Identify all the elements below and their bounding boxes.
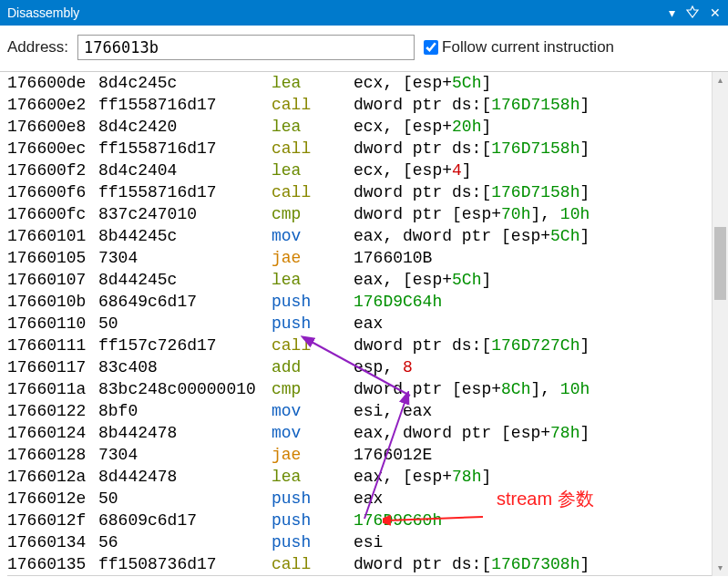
bytes-cell: 50 <box>98 488 272 510</box>
address-cell: 176600ec <box>7 138 98 160</box>
bytes-cell: 8d4c2420 <box>98 116 272 138</box>
mnemonic-cell: call <box>272 335 354 356</box>
mnemonic-cell: mov <box>272 422 354 444</box>
disasm-row[interactable]: 1766011783c408addesp, 8 <box>7 356 728 378</box>
address-cell: 17660101 <box>7 225 98 247</box>
disassembly-listing[interactable]: 176600de8d4c245cleaecx, [esp+5Ch]176600e… <box>0 72 728 576</box>
mnemonic-cell: push <box>272 313 354 335</box>
bytes-cell: 7304 <box>98 444 272 466</box>
address-cell: 176600fc <box>7 203 98 225</box>
disasm-row[interactable]: 1766012f68609c6d17push176D9C60h <box>7 510 728 531</box>
mnemonic-cell: push <box>272 510 354 531</box>
mnemonic-cell: call <box>272 94 354 116</box>
bytes-cell: 837c247010 <box>98 203 272 225</box>
address-cell: 176600e8 <box>7 116 98 138</box>
mnemonic-cell: push <box>272 291 354 313</box>
disasm-row[interactable]: 176600fc837c247010cmpdword ptr [esp+70h]… <box>7 203 728 225</box>
bytes-cell: ff1558716d17 <box>98 94 272 116</box>
operands-cell: 1766012E <box>354 444 728 466</box>
bytes-cell: 7304 <box>98 247 272 269</box>
address-cell: 17660124 <box>7 422 98 444</box>
mnemonic-cell: call <box>272 181 354 203</box>
operands-cell: eax, dword ptr [esp+5Ch] <box>354 225 728 247</box>
pin-icon[interactable] <box>686 5 699 21</box>
address-cell: 1766011a <box>7 378 98 400</box>
mnemonic-cell: lea <box>272 116 354 138</box>
mnemonic-cell: lea <box>272 466 354 488</box>
address-cell: 176600de <box>7 72 98 94</box>
address-cell: 1766010b <box>7 291 98 313</box>
address-cell: 17660134 <box>7 531 98 553</box>
window-title: Disassembly <box>7 5 79 20</box>
bytes-cell: ff157c726d17 <box>98 335 272 356</box>
scroll-thumb[interactable] <box>714 227 726 300</box>
mnemonic-cell: call <box>272 553 354 575</box>
operands-cell: dword ptr [esp+70h], 10h <box>354 203 728 225</box>
disasm-row[interactable]: 176600e88d4c2420leaecx, [esp+20h] <box>7 116 728 138</box>
address-cell: 176600f2 <box>7 160 98 181</box>
address-cell: 1766012a <box>7 466 98 488</box>
scroll-down-button[interactable]: ▾ <box>713 560 728 576</box>
disasm-row[interactable]: 176600f28d4c2404leaecx, [esp+4] <box>7 160 728 181</box>
bytes-cell: 8b442478 <box>98 422 272 444</box>
operands-cell: eax <box>354 488 728 510</box>
address-cell: 17660110 <box>7 313 98 335</box>
disasm-row[interactable]: 176601078d44245cleaeax, [esp+5Ch] <box>7 269 728 291</box>
disasm-row[interactable]: 176600ecff1558716d17calldword ptr ds:[17… <box>7 138 728 160</box>
mnemonic-cell: call <box>272 138 354 160</box>
operands-cell: 176D9C60h <box>354 510 728 531</box>
follow-checkbox[interactable] <box>424 40 438 55</box>
address-cell: 17660117 <box>7 356 98 378</box>
close-icon[interactable]: ✕ <box>710 5 721 20</box>
operands-cell: dword ptr ds:[176D7158h] <box>354 181 728 203</box>
disasm-row[interactable]: 1766012a8d442478leaeax, [esp+78h] <box>7 466 728 488</box>
disasm-row[interactable]: 176600e2ff1558716d17calldword ptr ds:[17… <box>7 94 728 116</box>
bytes-cell: 8b44245c <box>98 225 272 247</box>
operands-cell: esi, eax <box>354 400 728 422</box>
disasm-row[interactable]: 1766013b8b8424a4000000moveax, dword ptr … <box>7 575 728 576</box>
disasm-row[interactable]: 176601228bf0movesi, eax <box>7 400 728 422</box>
operands-cell: eax, dword ptr [esp+0A4h] <box>354 575 728 576</box>
mnemonic-cell: lea <box>272 160 354 181</box>
disasm-row[interactable]: 1766011a83bc248c00000010cmpdword ptr [es… <box>7 378 728 400</box>
bytes-cell: 50 <box>98 313 272 335</box>
disasm-row[interactable]: 1766013456pushesi <box>7 531 728 553</box>
operands-cell: ecx, [esp+5Ch] <box>354 72 728 94</box>
mnemonic-cell: jae <box>272 444 354 466</box>
dropdown-icon[interactable]: ▾ <box>669 5 675 20</box>
mnemonic-cell: mov <box>272 400 354 422</box>
operands-cell: eax, dword ptr [esp+78h] <box>354 422 728 444</box>
disasm-row[interactable]: 17660111ff157c726d17calldword ptr ds:[17… <box>7 335 728 356</box>
address-cell: 176600e2 <box>7 94 98 116</box>
follow-checkbox-group[interactable]: Follow current instruction <box>424 38 614 57</box>
mnemonic-cell: push <box>272 488 354 510</box>
disasm-row[interactable]: 176601057304jae1766010B <box>7 247 728 269</box>
address-cell: 17660107 <box>7 269 98 291</box>
mnemonic-cell: add <box>272 356 354 378</box>
bytes-cell: 83c408 <box>98 356 272 378</box>
address-cell: 17660135 <box>7 553 98 575</box>
disasm-row[interactable]: 176601248b442478moveax, dword ptr [esp+7… <box>7 422 728 444</box>
address-cell: 17660111 <box>7 335 98 356</box>
operands-cell: 1766010B <box>354 247 728 269</box>
disasm-row[interactable]: 176600de8d4c245cleaecx, [esp+5Ch] <box>7 72 728 94</box>
bytes-cell: 8bf0 <box>98 400 272 422</box>
operands-cell: eax, [esp+78h] <box>354 466 728 488</box>
disasm-row[interactable]: 176601018b44245cmoveax, dword ptr [esp+5… <box>7 225 728 247</box>
address-input[interactable] <box>77 35 415 60</box>
disasm-row[interactable]: 176600f6ff1558716d17calldword ptr ds:[17… <box>7 181 728 203</box>
operands-cell: ecx, [esp+20h] <box>354 116 728 138</box>
disasm-row[interactable]: 1766012e50pusheax <box>7 488 728 510</box>
scroll-up-button[interactable]: ▴ <box>713 72 728 88</box>
bytes-cell: ff1508736d17 <box>98 553 272 575</box>
vertical-scrollbar[interactable]: ▴ ▾ <box>712 72 728 576</box>
disasm-row[interactable]: 176601287304jae1766012E <box>7 444 728 466</box>
disasm-row[interactable]: 17660135ff1508736d17calldword ptr ds:[17… <box>7 553 728 575</box>
address-cell: 1766013b <box>7 575 98 576</box>
disasm-row[interactable]: 1766010b68649c6d17push176D9C64h <box>7 291 728 313</box>
operands-cell: esp, 8 <box>354 356 728 378</box>
operands-cell: dword ptr ds:[176D727Ch] <box>354 335 728 356</box>
operands-cell: esi <box>354 531 728 553</box>
disasm-row[interactable]: 1766011050pusheax <box>7 313 728 335</box>
bytes-cell: ff1558716d17 <box>98 138 272 160</box>
